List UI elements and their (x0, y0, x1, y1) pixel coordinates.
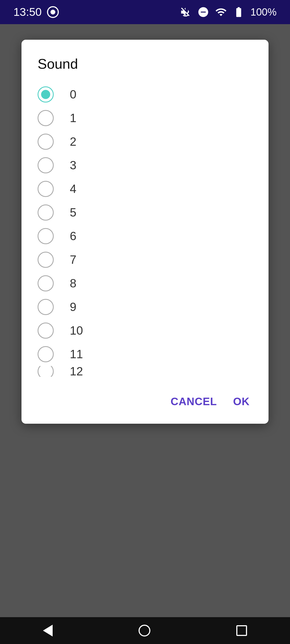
ok-button[interactable]: OK (230, 390, 252, 413)
radio-item-9[interactable]: 9 (38, 295, 252, 319)
radio-button-11[interactable] (38, 346, 54, 362)
radio-label-4: 4 (70, 182, 76, 196)
radio-label-12: 12 (70, 366, 83, 377)
radio-button-0[interactable] (38, 86, 54, 103)
radio-item-11[interactable]: 11 (38, 342, 252, 366)
radio-inner-0 (41, 90, 50, 99)
recent-icon (236, 625, 247, 636)
nav-bar (0, 617, 290, 644)
radio-label-10: 10 (70, 324, 83, 337)
radio-button-6[interactable] (38, 228, 54, 244)
back-icon (43, 625, 53, 636)
status-left: 13:50 (13, 6, 59, 19)
radio-button-10[interactable] (38, 323, 54, 339)
radio-item-0[interactable]: 0 (38, 83, 252, 106)
status-bar: 13:50 100% (0, 0, 290, 24)
radio-item-3[interactable]: 3 (38, 153, 252, 177)
cancel-button[interactable]: CANCEL (168, 390, 220, 413)
radio-item-2[interactable]: 2 (38, 130, 252, 153)
radio-item-8[interactable]: 8 (38, 272, 252, 295)
radio-item-6[interactable]: 6 (38, 224, 252, 248)
radio-label-6: 6 (70, 229, 76, 243)
nav-home-button[interactable] (139, 625, 150, 636)
mute-icon (180, 6, 191, 18)
radio-label-7: 7 (70, 253, 76, 266)
radio-label-3: 3 (70, 159, 76, 172)
radio-item-7[interactable]: 7 (38, 248, 252, 272)
radio-label-9: 9 (70, 300, 76, 314)
dnd-icon (197, 6, 209, 18)
radio-label-2: 2 (70, 135, 76, 148)
radio-button-2[interactable] (38, 134, 54, 150)
radio-button-7[interactable] (38, 252, 54, 268)
radio-button-1[interactable] (38, 110, 54, 126)
radio-button-9[interactable] (38, 299, 54, 315)
wifi-icon (215, 6, 227, 18)
radio-item-4[interactable]: 4 (38, 177, 252, 201)
sound-dialog: Sound 0 1 2 3 (21, 40, 269, 424)
radio-label-8: 8 (70, 277, 76, 290)
nav-recent-button[interactable] (236, 625, 247, 636)
radio-button-5[interactable] (38, 204, 54, 221)
battery-percent: 100% (251, 6, 277, 18)
radio-label-11: 11 (70, 347, 83, 361)
radio-item-5[interactable]: 5 (38, 201, 252, 224)
app-icon (47, 6, 59, 18)
radio-list: 0 1 2 3 4 (38, 83, 252, 377)
radio-item-10[interactable]: 10 (38, 319, 252, 342)
radio-button-12[interactable] (38, 366, 54, 377)
radio-button-4[interactable] (38, 181, 54, 197)
radio-label-5: 5 (70, 206, 76, 219)
radio-item-12[interactable]: 12 (38, 366, 252, 377)
status-right: 100% (180, 6, 277, 18)
home-icon (139, 625, 150, 636)
dialog-actions: CANCEL OK (38, 385, 252, 413)
radio-button-8[interactable] (38, 275, 54, 291)
radio-label-1: 1 (70, 111, 76, 125)
nav-back-button[interactable] (43, 625, 53, 636)
dialog-title: Sound (38, 56, 252, 72)
status-time: 13:50 (13, 6, 42, 19)
radio-label-0: 0 (70, 88, 76, 101)
radio-item-1[interactable]: 1 (38, 106, 252, 130)
battery-icon (233, 6, 245, 18)
radio-button-3[interactable] (38, 157, 54, 173)
